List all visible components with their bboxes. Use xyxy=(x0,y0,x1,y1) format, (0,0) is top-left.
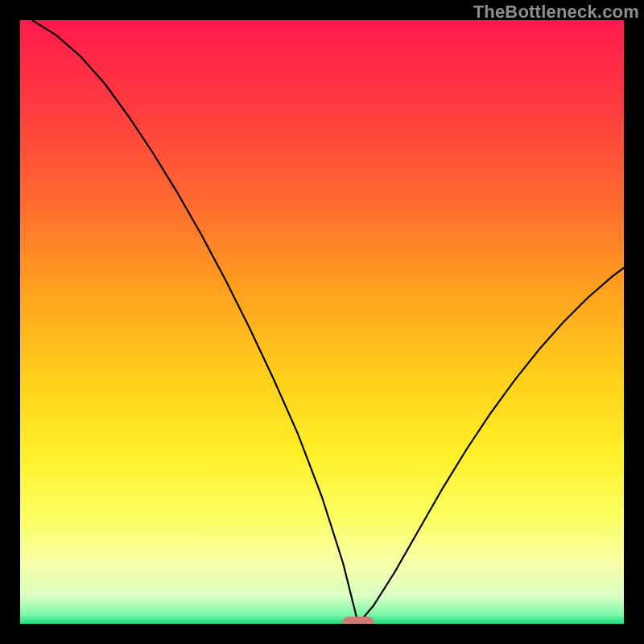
bottleneck-curve xyxy=(20,20,624,624)
chart-frame: TheBottleneck.com xyxy=(0,0,644,644)
plot-area xyxy=(20,20,624,624)
optimal-marker xyxy=(342,617,374,624)
